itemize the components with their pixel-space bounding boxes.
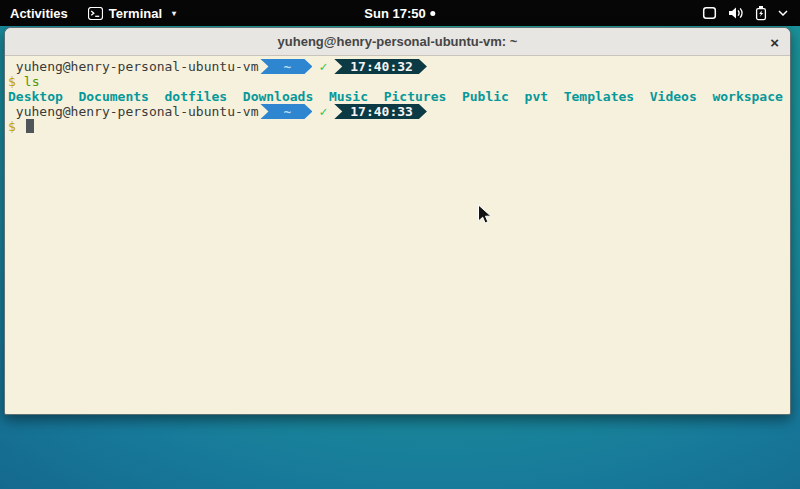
prompt-user: yuheng@henry-personal-ubuntu-vm	[8, 59, 258, 74]
mouse-cursor-icon	[477, 204, 493, 226]
typed-command: ls	[24, 74, 40, 89]
close-button[interactable]: ×	[770, 34, 779, 49]
app-menu-label: Terminal	[109, 6, 162, 21]
prompt-user: yuheng@henry-personal-ubuntu-vm	[8, 104, 258, 119]
status-check-icon: ✓	[319, 59, 327, 74]
top-bar-left: Activities Terminal ▾	[0, 0, 186, 26]
app-menu[interactable]: Terminal ▾	[78, 0, 186, 26]
clock-button[interactable]: Sun 17:50	[356, 0, 443, 26]
prompt-symbol: $	[8, 74, 16, 89]
desktop: Activities Terminal ▾ Sun 17:50	[0, 0, 800, 489]
command-line: $ls	[8, 74, 790, 89]
prompt-line-2: yuheng@henry-personal-ubuntu-vm~✓17:40:3…	[8, 104, 790, 119]
powerline-dir-segment: ~	[260, 59, 312, 74]
title-bar[interactable]: yuheng@henry-personal-ubuntu-vm: ~ ×	[5, 28, 790, 56]
notification-dot-icon	[431, 11, 436, 16]
chevron-down-icon	[778, 10, 788, 16]
terminal-cursor	[26, 119, 34, 133]
ls-output: Desktop Documents dotfiles Downloads Mus…	[8, 89, 790, 104]
powerline-time-segment: 17:40:33	[334, 104, 427, 119]
chevron-down-icon: ▾	[172, 9, 176, 18]
prompt-line-1: yuheng@henry-personal-ubuntu-vm~✓17:40:3…	[8, 59, 790, 74]
powerline-dir-segment: ~	[260, 104, 312, 119]
display-icon	[702, 6, 717, 20]
powerline-time-segment: 17:40:32	[334, 59, 427, 74]
status-check-icon: ✓	[319, 104, 327, 119]
window-title: yuheng@henry-personal-ubuntu-vm: ~	[278, 34, 518, 49]
terminal-content[interactable]: yuheng@henry-personal-ubuntu-vm~✓17:40:3…	[5, 56, 790, 415]
battery-charging-icon	[755, 6, 767, 21]
terminal-window: yuheng@henry-personal-ubuntu-vm: ~ × yuh…	[4, 27, 791, 415]
volume-icon	[728, 6, 744, 20]
terminal-icon	[88, 7, 103, 20]
clock-label: Sun 17:50	[364, 6, 425, 21]
activities-button[interactable]: Activities	[0, 0, 78, 26]
system-menu[interactable]	[690, 0, 800, 26]
input-line: $	[8, 119, 790, 134]
prompt-symbol: $	[8, 119, 16, 134]
top-bar: Activities Terminal ▾ Sun 17:50	[0, 0, 800, 26]
